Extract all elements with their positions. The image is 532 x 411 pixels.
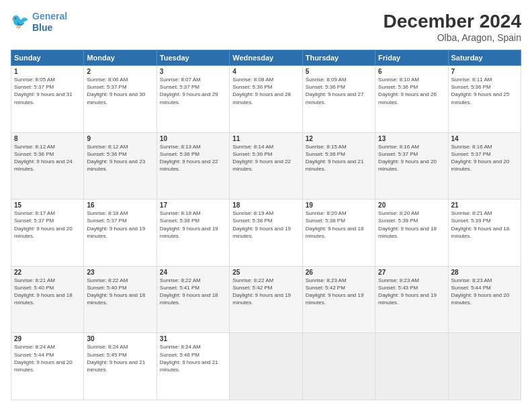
calendar-cell: 15Sunrise: 8:17 AMSunset: 5:37 PMDayligh…	[11, 199, 84, 267]
calendar-cell: 24Sunrise: 8:22 AMSunset: 5:41 PMDayligh…	[157, 266, 229, 333]
calendar-cell	[448, 333, 521, 400]
calendar-table: SundayMondayTuesdayWednesdayThursdayFrid…	[11, 50, 521, 400]
calendar-week-row: 15Sunrise: 8:17 AMSunset: 5:37 PMDayligh…	[11, 199, 521, 267]
calendar-header-cell: Wednesday	[230, 50, 302, 66]
day-info: Sunrise: 8:24 AMSunset: 5:46 PMDaylight:…	[160, 343, 226, 373]
day-info: Sunrise: 8:16 AMSunset: 5:37 PMDaylight:…	[378, 143, 445, 173]
day-number: 7	[451, 68, 518, 75]
calendar-cell: 26Sunrise: 8:23 AMSunset: 5:42 PMDayligh…	[302, 266, 375, 333]
day-info: Sunrise: 8:21 AMSunset: 5:40 PMDaylight:…	[14, 277, 81, 307]
day-number: 30	[87, 335, 153, 342]
header: 🐦 General Blue December 2024 Olba, Arago…	[11, 11, 521, 43]
day-info: Sunrise: 8:11 AMSunset: 5:36 PMDaylight:…	[451, 76, 518, 106]
day-info: Sunrise: 8:06 AMSunset: 5:37 PMDaylight:…	[87, 76, 153, 106]
calendar-cell: 29Sunrise: 8:24 AMSunset: 5:44 PMDayligh…	[11, 333, 84, 400]
svg-text:🐦: 🐦	[11, 13, 30, 30]
calendar-cell: 6Sunrise: 8:10 AMSunset: 5:36 PMDaylight…	[375, 66, 448, 133]
day-number: 22	[14, 269, 81, 276]
calendar-cell: 19Sunrise: 8:20 AMSunset: 5:38 PMDayligh…	[302, 199, 375, 267]
day-number: 4	[232, 68, 299, 75]
day-info: Sunrise: 8:20 AMSunset: 5:38 PMDaylight:…	[306, 210, 372, 240]
day-info: Sunrise: 8:24 AMSunset: 5:45 PMDaylight:…	[87, 343, 153, 373]
calendar-cell: 27Sunrise: 8:23 AMSunset: 5:43 PMDayligh…	[375, 266, 448, 333]
day-number: 8	[14, 135, 81, 142]
day-info: Sunrise: 8:16 AMSunset: 5:37 PMDaylight:…	[451, 143, 518, 173]
logo: 🐦 General Blue	[11, 11, 67, 34]
calendar-cell: 7Sunrise: 8:11 AMSunset: 5:36 PMDaylight…	[448, 66, 521, 133]
calendar-header-row: SundayMondayTuesdayWednesdayThursdayFrid…	[11, 50, 521, 66]
day-number: 28	[451, 269, 518, 276]
day-number: 21	[451, 201, 518, 209]
day-number: 31	[160, 335, 226, 342]
calendar-cell: 18Sunrise: 8:19 AMSunset: 5:38 PMDayligh…	[230, 199, 302, 267]
calendar-cell: 5Sunrise: 8:09 AMSunset: 5:36 PMDaylight…	[302, 66, 375, 133]
day-info: Sunrise: 8:19 AMSunset: 5:38 PMDaylight:…	[232, 210, 299, 240]
day-number: 17	[160, 201, 226, 209]
calendar-cell: 20Sunrise: 8:20 AMSunset: 5:39 PMDayligh…	[375, 199, 448, 267]
day-info: Sunrise: 8:24 AMSunset: 5:44 PMDaylight:…	[14, 343, 81, 373]
calendar-cell: 1Sunrise: 8:05 AMSunset: 5:37 PMDaylight…	[11, 66, 84, 133]
calendar-header-cell: Sunday	[11, 50, 84, 66]
day-number: 12	[306, 135, 372, 142]
day-info: Sunrise: 8:20 AMSunset: 5:39 PMDaylight:…	[378, 210, 445, 240]
day-number: 11	[232, 135, 299, 142]
calendar-cell: 25Sunrise: 8:22 AMSunset: 5:42 PMDayligh…	[230, 266, 302, 333]
page: 🐦 General Blue December 2024 Olba, Arago…	[0, 0, 532, 411]
location: Olba, Aragon, Spain	[384, 32, 521, 43]
day-info: Sunrise: 8:23 AMSunset: 5:44 PMDaylight:…	[451, 277, 518, 307]
logo-bird-icon: 🐦	[11, 13, 30, 32]
day-number: 25	[232, 269, 299, 276]
calendar-cell: 22Sunrise: 8:21 AMSunset: 5:40 PMDayligh…	[11, 266, 84, 333]
day-info: Sunrise: 8:15 AMSunset: 5:36 PMDaylight:…	[306, 143, 372, 173]
calendar-cell: 12Sunrise: 8:15 AMSunset: 5:36 PMDayligh…	[302, 132, 375, 199]
day-info: Sunrise: 8:07 AMSunset: 5:37 PMDaylight:…	[160, 76, 226, 106]
calendar-cell: 21Sunrise: 8:21 AMSunset: 5:39 PMDayligh…	[448, 199, 521, 267]
day-info: Sunrise: 8:22 AMSunset: 5:42 PMDaylight:…	[232, 277, 299, 307]
calendar-cell: 3Sunrise: 8:07 AMSunset: 5:37 PMDaylight…	[157, 66, 229, 133]
day-info: Sunrise: 8:12 AMSunset: 5:36 PMDaylight:…	[14, 143, 81, 173]
day-info: Sunrise: 8:14 AMSunset: 5:36 PMDaylight:…	[232, 143, 299, 173]
calendar-week-row: 8Sunrise: 8:12 AMSunset: 5:36 PMDaylight…	[11, 132, 521, 199]
day-info: Sunrise: 8:18 AMSunset: 5:38 PMDaylight:…	[160, 210, 226, 240]
day-number: 5	[306, 68, 372, 75]
calendar-cell: 30Sunrise: 8:24 AMSunset: 5:45 PMDayligh…	[84, 333, 157, 400]
logo-blue: Blue	[32, 22, 67, 34]
day-number: 20	[378, 201, 445, 209]
calendar-cell: 17Sunrise: 8:18 AMSunset: 5:38 PMDayligh…	[157, 199, 229, 267]
calendar-header-cell: Tuesday	[157, 50, 229, 66]
day-number: 24	[160, 269, 226, 276]
calendar-header-cell: Saturday	[448, 50, 521, 66]
calendar-cell: 10Sunrise: 8:13 AMSunset: 5:36 PMDayligh…	[157, 132, 229, 199]
day-info: Sunrise: 8:09 AMSunset: 5:36 PMDaylight:…	[306, 76, 372, 106]
calendar-cell	[375, 333, 448, 400]
calendar-cell	[302, 333, 375, 400]
day-info: Sunrise: 8:22 AMSunset: 5:41 PMDaylight:…	[160, 277, 226, 307]
month-title: December 2024	[384, 11, 521, 32]
calendar-cell: 14Sunrise: 8:16 AMSunset: 5:37 PMDayligh…	[448, 132, 521, 199]
calendar-cell: 4Sunrise: 8:08 AMSunset: 5:36 PMDaylight…	[230, 66, 302, 133]
calendar-cell: 2Sunrise: 8:06 AMSunset: 5:37 PMDaylight…	[84, 66, 157, 133]
calendar-cell	[230, 333, 302, 400]
calendar-header-cell: Thursday	[302, 50, 375, 66]
day-number: 27	[378, 269, 445, 276]
day-number: 18	[232, 201, 299, 209]
day-info: Sunrise: 8:18 AMSunset: 5:37 PMDaylight:…	[87, 210, 153, 240]
calendar-header-cell: Monday	[84, 50, 157, 66]
day-number: 1	[14, 68, 81, 75]
title-block: December 2024 Olba, Aragon, Spain	[384, 11, 521, 43]
day-number: 3	[160, 68, 226, 75]
logo-general: General	[32, 11, 67, 21]
day-info: Sunrise: 8:22 AMSunset: 5:40 PMDaylight:…	[87, 277, 153, 307]
day-number: 15	[14, 201, 81, 209]
day-number: 19	[306, 201, 372, 209]
calendar-week-row: 22Sunrise: 8:21 AMSunset: 5:40 PMDayligh…	[11, 266, 521, 333]
calendar-cell: 23Sunrise: 8:22 AMSunset: 5:40 PMDayligh…	[84, 266, 157, 333]
day-info: Sunrise: 8:12 AMSunset: 5:36 PMDaylight:…	[87, 143, 153, 173]
calendar-cell: 9Sunrise: 8:12 AMSunset: 5:36 PMDaylight…	[84, 132, 157, 199]
day-info: Sunrise: 8:21 AMSunset: 5:39 PMDaylight:…	[451, 210, 518, 240]
day-info: Sunrise: 8:13 AMSunset: 5:36 PMDaylight:…	[160, 143, 226, 173]
calendar-week-row: 29Sunrise: 8:24 AMSunset: 5:44 PMDayligh…	[11, 333, 521, 400]
day-info: Sunrise: 8:23 AMSunset: 5:42 PMDaylight:…	[306, 277, 372, 307]
day-number: 9	[87, 135, 153, 142]
day-number: 2	[87, 68, 153, 75]
